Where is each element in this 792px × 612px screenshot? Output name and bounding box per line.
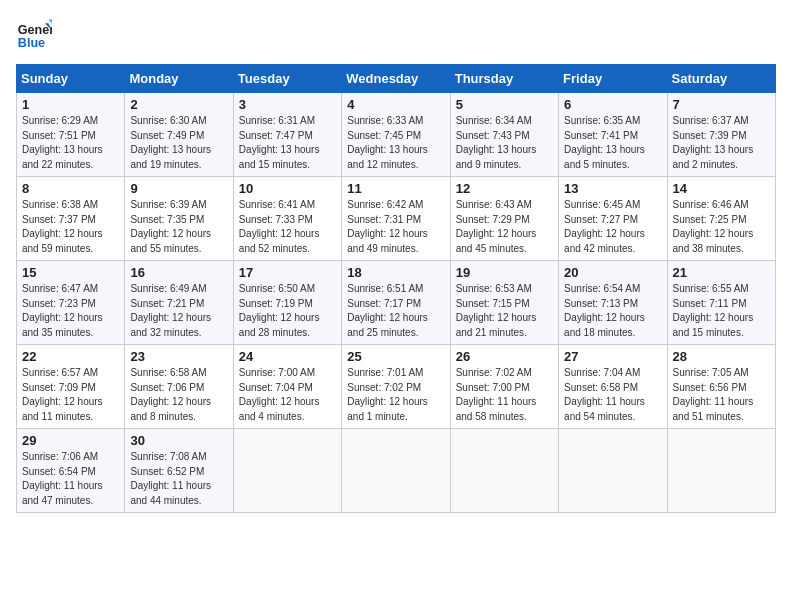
day-number: 16 [130,265,227,280]
table-cell: 18Sunrise: 6:51 AMSunset: 7:17 PMDayligh… [342,261,450,345]
table-cell: 12Sunrise: 6:43 AMSunset: 7:29 PMDayligh… [450,177,558,261]
table-cell: 16Sunrise: 6:49 AMSunset: 7:21 PMDayligh… [125,261,233,345]
day-number: 24 [239,349,336,364]
cell-info: Sunrise: 6:42 AMSunset: 7:31 PMDaylight:… [347,199,428,254]
cell-info: Sunrise: 6:46 AMSunset: 7:25 PMDaylight:… [673,199,754,254]
table-cell: 25Sunrise: 7:01 AMSunset: 7:02 PMDayligh… [342,345,450,429]
table-cell: 10Sunrise: 6:41 AMSunset: 7:33 PMDayligh… [233,177,341,261]
day-number: 19 [456,265,553,280]
col-thursday: Thursday [450,65,558,93]
table-cell: 26Sunrise: 7:02 AMSunset: 7:00 PMDayligh… [450,345,558,429]
cell-info: Sunrise: 7:08 AMSunset: 6:52 PMDaylight:… [130,451,211,506]
table-cell: 20Sunrise: 6:54 AMSunset: 7:13 PMDayligh… [559,261,667,345]
day-number: 5 [456,97,553,112]
table-cell [667,429,775,513]
day-number: 12 [456,181,553,196]
day-number: 7 [673,97,770,112]
cell-info: Sunrise: 6:43 AMSunset: 7:29 PMDaylight:… [456,199,537,254]
day-number: 20 [564,265,661,280]
cell-info: Sunrise: 6:33 AMSunset: 7:45 PMDaylight:… [347,115,428,170]
table-cell: 6Sunrise: 6:35 AMSunset: 7:41 PMDaylight… [559,93,667,177]
col-tuesday: Tuesday [233,65,341,93]
col-saturday: Saturday [667,65,775,93]
logo-icon: General Blue [16,16,52,52]
table-cell: 27Sunrise: 7:04 AMSunset: 6:58 PMDayligh… [559,345,667,429]
table-cell: 7Sunrise: 6:37 AMSunset: 7:39 PMDaylight… [667,93,775,177]
day-number: 22 [22,349,119,364]
calendar-week-row: 29Sunrise: 7:06 AMSunset: 6:54 PMDayligh… [17,429,776,513]
table-cell: 11Sunrise: 6:42 AMSunset: 7:31 PMDayligh… [342,177,450,261]
day-number: 30 [130,433,227,448]
table-cell: 9Sunrise: 6:39 AMSunset: 7:35 PMDaylight… [125,177,233,261]
day-number: 13 [564,181,661,196]
table-cell: 23Sunrise: 6:58 AMSunset: 7:06 PMDayligh… [125,345,233,429]
day-number: 17 [239,265,336,280]
day-number: 23 [130,349,227,364]
calendar-header-row: Sunday Monday Tuesday Wednesday Thursday… [17,65,776,93]
day-number: 14 [673,181,770,196]
table-cell: 22Sunrise: 6:57 AMSunset: 7:09 PMDayligh… [17,345,125,429]
cell-info: Sunrise: 6:31 AMSunset: 7:47 PMDaylight:… [239,115,320,170]
calendar-week-row: 8Sunrise: 6:38 AMSunset: 7:37 PMDaylight… [17,177,776,261]
col-wednesday: Wednesday [342,65,450,93]
cell-info: Sunrise: 6:51 AMSunset: 7:17 PMDaylight:… [347,283,428,338]
table-cell: 28Sunrise: 7:05 AMSunset: 6:56 PMDayligh… [667,345,775,429]
cell-info: Sunrise: 7:02 AMSunset: 7:00 PMDaylight:… [456,367,537,422]
day-number: 8 [22,181,119,196]
svg-text:Blue: Blue [18,36,45,50]
calendar-table: Sunday Monday Tuesday Wednesday Thursday… [16,64,776,513]
table-cell [233,429,341,513]
day-number: 2 [130,97,227,112]
table-cell: 8Sunrise: 6:38 AMSunset: 7:37 PMDaylight… [17,177,125,261]
table-cell: 5Sunrise: 6:34 AMSunset: 7:43 PMDaylight… [450,93,558,177]
cell-info: Sunrise: 6:30 AMSunset: 7:49 PMDaylight:… [130,115,211,170]
day-number: 27 [564,349,661,364]
cell-info: Sunrise: 7:05 AMSunset: 6:56 PMDaylight:… [673,367,754,422]
day-number: 4 [347,97,444,112]
table-cell: 3Sunrise: 6:31 AMSunset: 7:47 PMDaylight… [233,93,341,177]
col-monday: Monday [125,65,233,93]
day-number: 26 [456,349,553,364]
table-cell: 4Sunrise: 6:33 AMSunset: 7:45 PMDaylight… [342,93,450,177]
cell-info: Sunrise: 6:37 AMSunset: 7:39 PMDaylight:… [673,115,754,170]
day-number: 25 [347,349,444,364]
cell-info: Sunrise: 6:58 AMSunset: 7:06 PMDaylight:… [130,367,211,422]
day-number: 3 [239,97,336,112]
table-cell [450,429,558,513]
calendar-week-row: 15Sunrise: 6:47 AMSunset: 7:23 PMDayligh… [17,261,776,345]
day-number: 18 [347,265,444,280]
cell-info: Sunrise: 6:47 AMSunset: 7:23 PMDaylight:… [22,283,103,338]
page-header: General Blue [16,16,776,52]
cell-info: Sunrise: 6:45 AMSunset: 7:27 PMDaylight:… [564,199,645,254]
day-number: 6 [564,97,661,112]
cell-info: Sunrise: 7:04 AMSunset: 6:58 PMDaylight:… [564,367,645,422]
day-number: 10 [239,181,336,196]
table-cell: 14Sunrise: 6:46 AMSunset: 7:25 PMDayligh… [667,177,775,261]
table-cell: 1Sunrise: 6:29 AMSunset: 7:51 PMDaylight… [17,93,125,177]
table-cell: 17Sunrise: 6:50 AMSunset: 7:19 PMDayligh… [233,261,341,345]
cell-info: Sunrise: 6:57 AMSunset: 7:09 PMDaylight:… [22,367,103,422]
cell-info: Sunrise: 6:29 AMSunset: 7:51 PMDaylight:… [22,115,103,170]
calendar-week-row: 1Sunrise: 6:29 AMSunset: 7:51 PMDaylight… [17,93,776,177]
table-cell [559,429,667,513]
day-number: 28 [673,349,770,364]
table-cell [342,429,450,513]
day-number: 29 [22,433,119,448]
table-cell: 29Sunrise: 7:06 AMSunset: 6:54 PMDayligh… [17,429,125,513]
col-friday: Friday [559,65,667,93]
day-number: 9 [130,181,227,196]
table-cell: 13Sunrise: 6:45 AMSunset: 7:27 PMDayligh… [559,177,667,261]
table-cell: 2Sunrise: 6:30 AMSunset: 7:49 PMDaylight… [125,93,233,177]
table-cell: 21Sunrise: 6:55 AMSunset: 7:11 PMDayligh… [667,261,775,345]
day-number: 1 [22,97,119,112]
cell-info: Sunrise: 6:41 AMSunset: 7:33 PMDaylight:… [239,199,320,254]
cell-info: Sunrise: 6:34 AMSunset: 7:43 PMDaylight:… [456,115,537,170]
cell-info: Sunrise: 6:39 AMSunset: 7:35 PMDaylight:… [130,199,211,254]
day-number: 11 [347,181,444,196]
col-sunday: Sunday [17,65,125,93]
logo: General Blue [16,16,56,52]
cell-info: Sunrise: 6:54 AMSunset: 7:13 PMDaylight:… [564,283,645,338]
calendar-week-row: 22Sunrise: 6:57 AMSunset: 7:09 PMDayligh… [17,345,776,429]
cell-info: Sunrise: 6:49 AMSunset: 7:21 PMDaylight:… [130,283,211,338]
cell-info: Sunrise: 6:38 AMSunset: 7:37 PMDaylight:… [22,199,103,254]
